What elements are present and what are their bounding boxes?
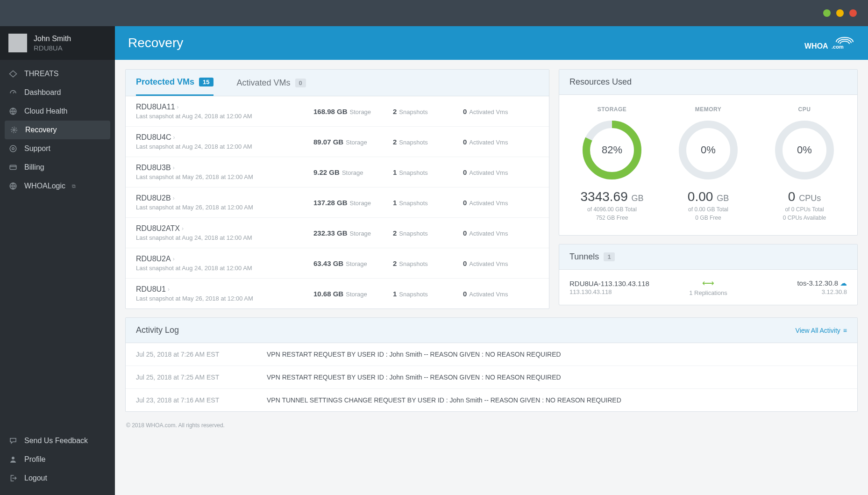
vm-snapshots-label: Snapshots xyxy=(399,230,427,237)
sidebar: John Smith RDU8UA THREATSDashboardCloud … xyxy=(0,26,115,495)
sidebar-item-label: WHOALogic xyxy=(24,182,65,190)
vm-snapshots-value: 2 xyxy=(393,229,397,237)
svg-point-4 xyxy=(13,129,15,131)
nav-main: THREATSDashboardCloud HealthRecoverySupp… xyxy=(0,60,115,431)
svg-point-5 xyxy=(11,127,17,133)
resource-total: of 0.00 GB Total xyxy=(661,206,756,213)
vm-activated-value: 0 xyxy=(463,138,467,146)
svg-point-7 xyxy=(12,148,14,150)
activity-message: VPN RESTART REQUEST BY USER ID : John Sm… xyxy=(267,351,561,358)
sidebar-item-billing[interactable]: Billing xyxy=(0,158,115,177)
chevron-right-icon: › xyxy=(177,104,179,110)
vms-panel: Protected VMs 15 Activated VMs 0 RDU8UA1… xyxy=(125,69,549,309)
recovery-icon xyxy=(9,125,19,135)
activity-list: Jul 25, 2018 at 7:26 AM ESTVPN RESTART R… xyxy=(126,343,857,411)
vms-tabs: Protected VMs 15 Activated VMs 0 xyxy=(126,70,549,96)
vm-row[interactable]: RDU8UA11 ›Last snapshot at Aug 24, 2018 … xyxy=(126,96,549,127)
activity-time: Jul 23, 2018 at 7:16 AM EST xyxy=(136,396,267,404)
vm-name: RDU8U2ATX › xyxy=(136,224,184,233)
vm-name: RDU8U2B › xyxy=(136,194,175,202)
activity-row: Jul 25, 2018 at 7:26 AM ESTVPN RESTART R… xyxy=(126,343,857,366)
tab-activated-vms[interactable]: Activated VMs 0 xyxy=(237,70,306,96)
whoa-logo-icon: WHOA .com xyxy=(804,34,855,52)
view-all-activity-link[interactable]: View All Activity ≡ xyxy=(796,327,847,334)
sidebar-item-label: Dashboard xyxy=(24,88,61,97)
vm-snapshots-label: Snapshots xyxy=(399,291,427,298)
vm-activated-value: 0 xyxy=(463,290,467,298)
tunnel-left-ip: 113.130.43.118 xyxy=(569,288,662,295)
chevron-right-icon: › xyxy=(182,225,184,232)
vm-activated-value: 0 xyxy=(463,108,467,115)
sidebar-item-label: Billing xyxy=(24,163,44,172)
avatar xyxy=(8,34,27,52)
vm-row[interactable]: RDU8U2B ›Last snapshot at May 26, 2018 a… xyxy=(126,187,549,218)
vm-row[interactable]: RDU8U3B ›Last snapshot at May 26, 2018 a… xyxy=(126,157,549,187)
vm-activated-label: Activated Vms xyxy=(469,260,508,267)
svg-line-1 xyxy=(13,92,14,93)
activity-row: Jul 25, 2018 at 7:25 AM ESTVPN RESTART R… xyxy=(126,366,857,389)
external-link-icon: ⧉ xyxy=(72,183,76,189)
resource-donut: 0% xyxy=(676,117,741,183)
tunnel-row[interactable]: RDU8UA-113.130.43.118 113.130.43.118 ⟷ 1… xyxy=(559,270,857,305)
activity-row: Jul 23, 2018 at 7:16 AM ESTVPN TUNNEL SE… xyxy=(126,389,857,411)
window-minimize-dot[interactable] xyxy=(823,9,831,17)
sidebar-footer-label: Send Us Feedback xyxy=(24,437,88,445)
vm-last-snapshot: Last snapshot at Aug 24, 2018 at 12:00 A… xyxy=(136,234,313,241)
vm-row[interactable]: RDU8U4C ›Last snapshot at Aug 24, 2018 a… xyxy=(126,127,549,157)
sidebar-item-label: THREATS xyxy=(24,70,58,78)
vm-activated-label: Activated Vms xyxy=(469,230,508,237)
vm-snapshots-label: Snapshots xyxy=(399,260,427,267)
vm-activated-label: Activated Vms xyxy=(469,200,508,207)
tunnels-panel: Tunnels 1 RDU8UA-113.130.43.118 113.130.… xyxy=(559,244,858,305)
vm-storage-value: 168.98 GB xyxy=(313,108,348,115)
footer-copyright: © 2018 WHOA.com. All rights reserved. xyxy=(125,420,858,430)
user-block[interactable]: John Smith RDU8UA xyxy=(0,26,115,60)
tunnels-title: Tunnels xyxy=(569,252,599,262)
svg-point-12 xyxy=(12,457,14,459)
activity-time: Jul 25, 2018 at 7:25 AM EST xyxy=(136,373,267,381)
sidebar-item-support[interactable]: Support xyxy=(0,139,115,158)
sidebar-item-recovery[interactable]: Recovery xyxy=(5,121,110,139)
vm-storage-label: Storage xyxy=(342,169,363,176)
sidebar-item-whoalogic[interactable]: WHOALogic ⧉ xyxy=(0,177,115,195)
resource-storage: STORAGE82%3343.69 GBof 4096.00 GB Total7… xyxy=(564,106,660,221)
resource-total: of 0 CPUs Total xyxy=(757,206,852,213)
chevron-right-icon: › xyxy=(168,286,170,293)
resource-total: of 4096.00 GB Total xyxy=(564,206,660,213)
window-maximize-dot[interactable] xyxy=(836,9,844,17)
sidebar-item-dashboard[interactable]: Dashboard xyxy=(0,83,115,102)
sidebar-footer-item-send-us-feedback[interactable]: Send Us Feedback xyxy=(0,431,115,450)
window-close-dot[interactable] xyxy=(849,9,857,17)
sidebar-footer-label: Logout xyxy=(24,474,47,482)
activity-message: VPN RESTART REQUEST BY USER ID : John Sm… xyxy=(267,373,561,381)
vm-storage-value: 9.22 GB xyxy=(313,168,340,176)
vm-row[interactable]: RDU8U2ATX ›Last snapshot at Aug 24, 2018… xyxy=(126,218,549,248)
vm-snapshots-value: 2 xyxy=(393,138,397,146)
sidebar-item-label: Recovery xyxy=(25,126,57,134)
vm-storage-value: 10.68 GB xyxy=(313,290,343,298)
resource-label: STORAGE xyxy=(564,106,660,113)
cloud-health-icon xyxy=(8,107,18,116)
sidebar-item-label: Cloud Health xyxy=(24,107,68,115)
activity-title: Activity Log xyxy=(136,325,179,335)
brand-logo: WHOA .com xyxy=(804,34,855,52)
tab-activated-label: Activated VMs xyxy=(237,78,291,88)
resources-body: STORAGE82%3343.69 GBof 4096.00 GB Total7… xyxy=(559,95,857,235)
sidebar-item-threats[interactable]: THREATS xyxy=(0,65,115,83)
bidirectional-arrow-icon: ⟷ xyxy=(662,278,754,288)
resource-label: CPU xyxy=(757,106,852,113)
tab-protected-vms[interactable]: Protected VMs 15 xyxy=(136,70,213,96)
vm-row[interactable]: RDU8U2A ›Last snapshot at Aug 24, 2018 a… xyxy=(126,248,549,279)
svg-rect-8 xyxy=(10,165,16,170)
sidebar-item-cloud-health[interactable]: Cloud Health xyxy=(0,102,115,121)
tunnel-replications: 1 Replications xyxy=(662,289,754,296)
sidebar-footer-item-logout[interactable]: Logout xyxy=(0,469,115,488)
sidebar-footer-item-profile[interactable]: Profile xyxy=(0,450,115,469)
vm-last-snapshot: Last snapshot at Aug 24, 2018 at 12:00 A… xyxy=(136,113,313,120)
support-icon xyxy=(8,144,18,153)
vm-storage-value: 89.07 GB xyxy=(313,138,343,146)
vm-snapshots-label: Snapshots xyxy=(399,108,427,115)
vm-row[interactable]: RDU8U1 ›Last snapshot at May 26, 2018 at… xyxy=(126,279,549,308)
vm-name: RDU8UA11 › xyxy=(136,103,179,111)
vm-activated-value: 0 xyxy=(463,168,467,176)
